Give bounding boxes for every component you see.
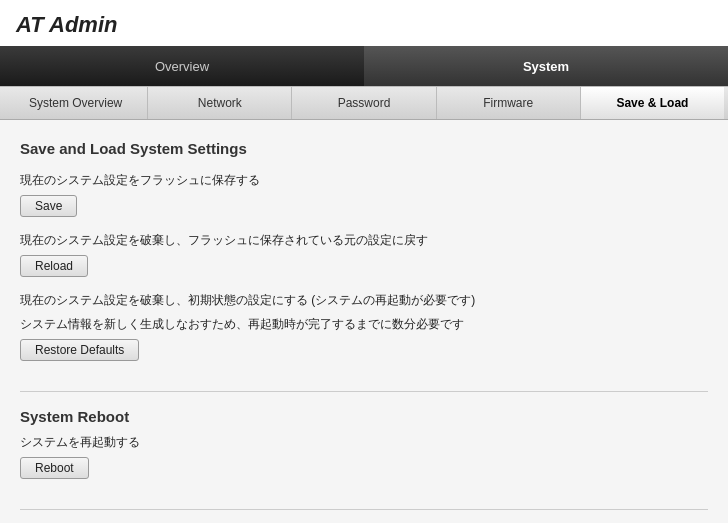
- restore-description-line1: 現在のシステム設定を破棄し、初期状態の設定にする (システムの再起動が必要です): [20, 291, 708, 309]
- save-load-title: Save and Load System Settings: [20, 140, 708, 157]
- sub-nav-password[interactable]: Password: [292, 87, 436, 119]
- save-button[interactable]: Save: [20, 195, 77, 217]
- sub-nav-system-overview[interactable]: System Overview: [4, 87, 148, 119]
- reload-button[interactable]: Reload: [20, 255, 88, 277]
- restore-description-line2: システム情報を新しく生成しなおすため、再起動時が完了するまでに数分必要です: [20, 315, 708, 333]
- reboot-button[interactable]: Reboot: [20, 457, 89, 479]
- top-nav-item-overview[interactable]: Overview: [0, 46, 364, 86]
- reboot-description: システムを再起動する: [20, 433, 708, 451]
- sub-nav-save-load[interactable]: Save & Load: [581, 87, 724, 119]
- sub-nav-network[interactable]: Network: [148, 87, 292, 119]
- restore-defaults-button[interactable]: Restore Defaults: [20, 339, 139, 361]
- reboot-section: System Reboot システムを再起動する Reboot: [20, 408, 708, 493]
- top-nav-item-system[interactable]: System: [364, 46, 728, 86]
- save-description: 現在のシステム設定をフラッシュに保存する: [20, 171, 708, 189]
- section-divider-2: [20, 509, 708, 510]
- section-divider-1: [20, 391, 708, 392]
- top-nav: Overview System: [0, 46, 728, 86]
- reload-description: 現在のシステム設定を破棄し、フラッシュに保存されている元の設定に戻す: [20, 231, 708, 249]
- sub-nav-firmware[interactable]: Firmware: [437, 87, 581, 119]
- save-load-section: Save and Load System Settings 現在のシステム設定を…: [20, 140, 708, 375]
- app-title: AT Admin: [16, 12, 712, 38]
- main-content: Save and Load System Settings 現在のシステム設定を…: [0, 120, 728, 523]
- header: AT Admin: [0, 0, 728, 46]
- sub-nav: System Overview Network Password Firmwar…: [0, 86, 728, 120]
- reboot-title: System Reboot: [20, 408, 708, 425]
